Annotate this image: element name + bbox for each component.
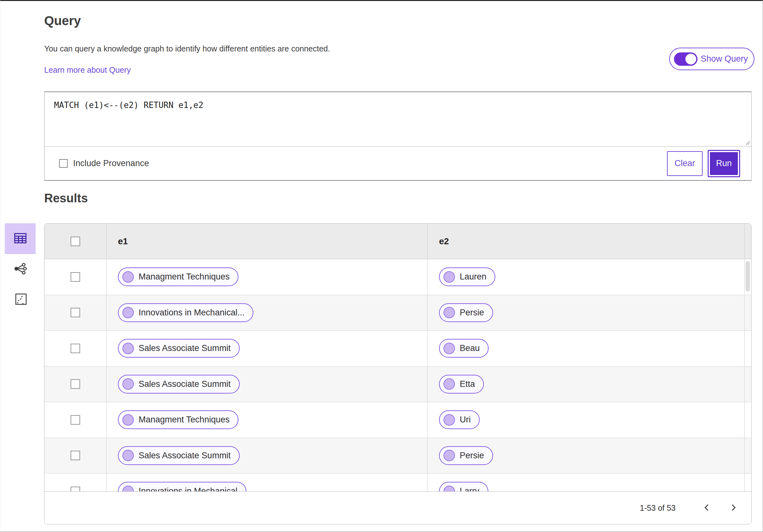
column-label-e2: e2 xyxy=(439,236,449,246)
entity-node-icon xyxy=(444,486,455,491)
pagination-bar: 1-53 of 53 xyxy=(45,491,751,524)
entity-label: Innovations in Mechanical... xyxy=(139,308,245,317)
entity-chip[interactable]: Sales Associate Summit xyxy=(118,339,240,358)
query-panel-footer: Include Provenance Clear Run xyxy=(45,147,751,180)
include-provenance-checkbox[interactable] xyxy=(59,159,68,168)
show-query-label: Show Query xyxy=(701,54,748,64)
entity-label: Managment Techniques xyxy=(139,415,230,425)
network-view-button[interactable] xyxy=(12,261,28,277)
table-header-row: e1 e2 xyxy=(45,223,751,259)
entity-label: Sales Associate Summit xyxy=(139,379,231,389)
results-table: e1 e2 Managment Techniques Lauren xyxy=(45,223,751,491)
entity-label: Etta xyxy=(460,379,475,389)
learn-more-link[interactable]: Learn more about Query xyxy=(44,65,131,75)
row-checkbox[interactable] xyxy=(70,451,80,460)
entity-node-icon xyxy=(122,486,134,491)
entity-chip[interactable]: Innovations in Mechanical xyxy=(118,482,246,491)
include-provenance-label: Include Provenance xyxy=(73,158,149,168)
row-checkbox[interactable] xyxy=(70,344,80,353)
table-row: Sales Associate Summit Beau xyxy=(45,331,751,367)
entity-label: Persie xyxy=(460,451,484,461)
previous-page-button[interactable] xyxy=(700,501,714,515)
entity-label: Managment Techniques xyxy=(139,272,230,282)
entity-chip[interactable]: Larry xyxy=(439,482,488,491)
table-row: Managment Techniques Uri xyxy=(45,402,751,438)
entity-node-icon xyxy=(122,450,134,461)
row-checkbox[interactable] xyxy=(70,487,80,491)
entity-node-icon xyxy=(122,271,134,283)
entity-chip[interactable]: Sales Associate Summit xyxy=(118,446,240,465)
entity-chip[interactable]: Persie xyxy=(439,303,493,322)
entity-label: Beau xyxy=(460,343,480,353)
table-row: Innovations in Mechanical Larry xyxy=(45,474,751,491)
network-view-icon xyxy=(13,261,28,277)
table-row: Sales Associate Summit Etta xyxy=(45,367,751,402)
page-title: Query xyxy=(44,14,81,28)
entity-label: Uri xyxy=(460,415,471,425)
clear-button[interactable]: Clear xyxy=(667,151,703,176)
resize-handle-icon[interactable] xyxy=(744,139,750,145)
chevron-right-icon xyxy=(729,503,737,513)
entity-label: Sales Associate Summit xyxy=(139,451,231,461)
entity-chip[interactable]: Managment Techniques xyxy=(118,410,239,429)
entity-chip[interactable]: Beau xyxy=(439,339,489,358)
entity-chip[interactable]: Lauren xyxy=(439,267,495,286)
select-all-checkbox[interactable] xyxy=(70,237,80,246)
toggle-knob-icon xyxy=(686,54,696,64)
scrollbar-thumb[interactable] xyxy=(745,261,750,292)
map-view-button[interactable] xyxy=(13,292,29,308)
query-editor: MATCH (e1)<--(e2) RETURN e1,e2 xyxy=(45,92,751,147)
show-query-toggle-button[interactable]: Show Query xyxy=(669,47,754,70)
header-checkbox-cell xyxy=(45,223,106,259)
entity-label: Sales Associate Summit xyxy=(139,343,231,353)
knowledge-graph-query-page: Query You can query a knowledge graph to… xyxy=(0,0,763,532)
entity-node-icon xyxy=(122,343,134,354)
header-cell-e1[interactable]: e1 xyxy=(106,223,428,259)
entity-node-icon xyxy=(122,414,134,426)
page-description: You can query a knowledge graph to ident… xyxy=(44,44,330,53)
entity-node-icon xyxy=(444,378,455,390)
entity-node-icon xyxy=(444,414,455,426)
page-range-label: 1-53 of 53 xyxy=(640,503,676,513)
table-row: Sales Associate Summit Persie xyxy=(45,438,751,474)
entity-node-icon xyxy=(122,307,134,318)
entity-node-icon xyxy=(122,378,134,390)
next-page-button[interactable] xyxy=(726,501,740,515)
entity-node-icon xyxy=(444,343,455,354)
column-label-e1: e1 xyxy=(118,236,128,246)
map-view-icon xyxy=(14,292,28,308)
entity-node-icon xyxy=(444,271,455,283)
scrollbar-track xyxy=(744,223,745,491)
query-panel: MATCH (e1)<--(e2) RETURN e1,e2 Include P… xyxy=(44,91,752,181)
table-view-button[interactable] xyxy=(5,223,36,254)
row-checkbox[interactable] xyxy=(70,379,80,389)
entity-label: Persie xyxy=(460,308,484,317)
table-view-icon xyxy=(12,230,28,247)
header-cell-e2[interactable]: e2 xyxy=(428,223,751,259)
entity-label: Innovations in Mechanical xyxy=(139,486,238,491)
entity-node-icon xyxy=(444,450,455,461)
results-heading: Results xyxy=(44,192,88,205)
row-checkbox[interactable] xyxy=(70,308,80,317)
toggle-switch[interactable] xyxy=(674,52,698,66)
table-row: Innovations in Mechanical... Persie xyxy=(45,295,751,331)
entity-chip[interactable]: Managment Techniques xyxy=(118,267,239,286)
entity-chip[interactable]: Persie xyxy=(439,446,493,465)
row-checkbox[interactable] xyxy=(70,272,80,282)
entity-label: Lauren xyxy=(460,272,487,282)
entity-node-icon xyxy=(444,307,455,318)
entity-chip[interactable]: Uri xyxy=(439,410,480,429)
table-row: Managment Techniques Lauren xyxy=(45,259,751,295)
entity-chip[interactable]: Sales Associate Summit xyxy=(118,375,240,394)
results-card: e1 e2 Managment Techniques Lauren xyxy=(44,223,752,524)
chevron-left-icon xyxy=(703,503,711,513)
query-input[interactable]: MATCH (e1)<--(e2) RETURN e1,e2 xyxy=(45,92,751,146)
entity-chip[interactable]: Innovations in Mechanical... xyxy=(118,303,253,322)
row-checkbox[interactable] xyxy=(70,415,80,425)
entity-chip[interactable]: Etta xyxy=(439,375,484,394)
entity-label: Larry xyxy=(460,486,480,491)
run-button[interactable]: Run xyxy=(708,151,739,176)
